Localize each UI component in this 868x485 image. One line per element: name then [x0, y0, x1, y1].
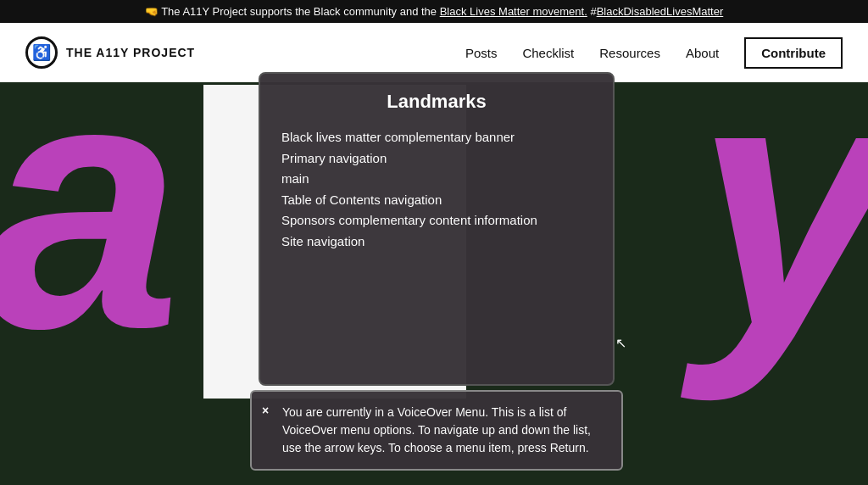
main-navigation: Posts Checklist Resources About Contribu… [465, 37, 843, 69]
contribute-button[interactable]: Contribute [744, 37, 843, 69]
nav-checklist[interactable]: Checklist [522, 46, 574, 60]
bdlm-link[interactable]: BlackDisabledLivesMatter [597, 5, 724, 18]
landmark-item[interactable]: Sponsors complementary content informati… [281, 211, 592, 231]
nav-about[interactable]: About [686, 46, 719, 60]
voiceover-message: You are currently in a VoiceOver Menu. T… [282, 405, 591, 454]
blm-link[interactable]: Black Lives Matter movement. [440, 5, 587, 18]
logo-text: THE A11Y PROJECT [66, 46, 195, 59]
nav-resources[interactable]: Resources [599, 46, 660, 60]
landmark-item[interactable]: main [281, 170, 592, 189]
nav-posts[interactable]: Posts [465, 46, 498, 60]
landmarks-title: Landmarks [281, 91, 592, 113]
landmark-item[interactable]: Site navigation [281, 232, 592, 252]
accessibility-icon: ♿ [32, 43, 51, 62]
voiceover-close-button[interactable]: × [262, 402, 269, 420]
landmarks-list: Black lives matter complementary bannerP… [281, 128, 592, 251]
landmark-item[interactable]: Primary navigation [281, 149, 592, 169]
announcement-bar: 🤜 The A11Y Project supports the Black co… [0, 0, 868, 23]
landmark-item[interactable]: Table of Contents navigation [281, 191, 592, 210]
landmarks-modal: Landmarks Black lives matter complementa… [259, 72, 615, 386]
logo-area[interactable]: ♿ THE A11Y PROJECT [25, 36, 195, 69]
cursor: ↖ [615, 335, 626, 351]
landmark-item[interactable]: Black lives matter complementary banner [281, 128, 592, 148]
announcement-text: 🤜 The A11Y Project supports the Black co… [145, 5, 723, 18]
voiceover-tooltip: × You are currently in a VoiceOver Menu.… [250, 390, 623, 471]
logo-icon: ♿ [25, 36, 58, 69]
